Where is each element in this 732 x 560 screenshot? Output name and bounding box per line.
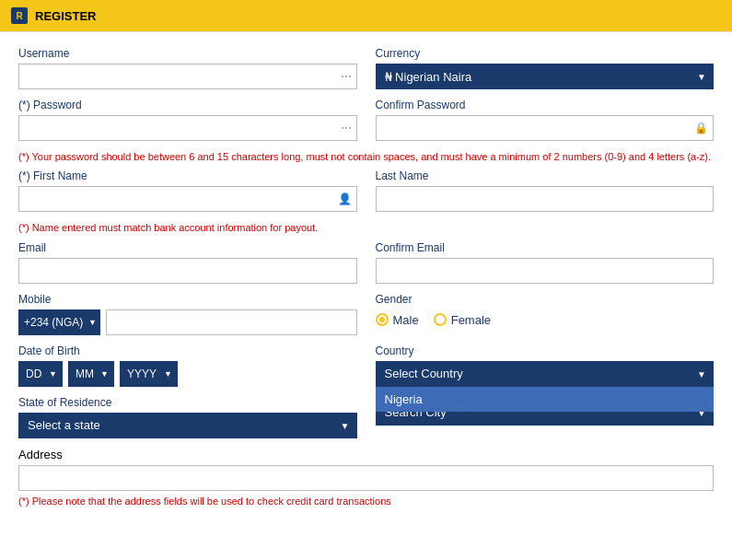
gender-female-radio[interactable] xyxy=(434,313,447,326)
state-select[interactable]: Select a state Lagos Abuja Kano xyxy=(18,413,357,438)
dob-row: DD010203 04050607 080910 MM010203 040506… xyxy=(18,361,357,387)
country-nigeria-item[interactable]: Nigeria xyxy=(376,387,715,412)
mobile-prefix-wrapper: +234 (NGA) +1 (USA) +44 (UK) xyxy=(18,309,100,335)
firstname-input-wrapper: 👤 xyxy=(18,186,357,212)
mobile-row: +234 (NGA) +1 (USA) +44 (UK) xyxy=(18,309,357,335)
country-select-wrapper: Select Country Nigeria Ghana Kenya xyxy=(376,361,715,387)
gender-female-label: Female xyxy=(451,313,491,327)
gender-options: Male Female xyxy=(376,313,715,327)
dob-dd-wrapper: DD010203 04050607 080910 xyxy=(18,361,63,387)
address-input[interactable] xyxy=(18,465,714,491)
row-password: (*) Password ⋯ Confirm Password 🔒 xyxy=(18,99,714,141)
firstname-icon: 👤 xyxy=(338,192,352,205)
mobile-group: Mobile +234 (NGA) +1 (USA) +44 (UK) xyxy=(18,293,357,335)
firstname-input[interactable] xyxy=(18,186,357,212)
password-label: (*) Password xyxy=(18,99,357,111)
confirm-password-icon: 🔒 xyxy=(694,122,708,134)
lastname-label: Last Name xyxy=(376,169,715,182)
currency-label: Currency xyxy=(376,47,715,60)
country-group: Country Select Country Nigeria Ghana Ken… xyxy=(376,344,715,387)
dob-dd-select[interactable]: DD010203 04050607 080910 xyxy=(18,361,63,387)
title-bar: R REGISTER xyxy=(0,0,732,32)
gender-male-radio[interactable] xyxy=(376,313,389,326)
dob-mm-wrapper: MM010203 040506 xyxy=(68,361,114,387)
currency-group: Currency ₦ Nigerian Naira $ US Dollar € … xyxy=(376,47,715,89)
currency-select-wrapper: ₦ Nigerian Naira $ US Dollar € Euro £ Br… xyxy=(376,64,715,89)
firstname-group: (*) First Name 👤 xyxy=(18,169,357,212)
confirm-password-input[interactable] xyxy=(376,115,715,141)
country-select[interactable]: Select Country Nigeria Ghana Kenya xyxy=(376,361,715,387)
currency-select[interactable]: ₦ Nigerian Naira $ US Dollar € Euro £ Br… xyxy=(376,64,715,89)
confirm-password-label: Confirm Password xyxy=(376,99,715,111)
confirm-email-group: Confirm Email xyxy=(376,241,715,284)
mobile-prefix-select[interactable]: +234 (NGA) +1 (USA) +44 (UK) xyxy=(18,309,100,335)
password-input-wrapper: ⋯ xyxy=(18,115,357,141)
email-group: Email xyxy=(18,241,357,284)
dob-mm-select[interactable]: MM010203 040506 xyxy=(68,361,114,387)
state-label: State of Residence xyxy=(18,396,357,409)
register-form: Username ⋯ Currency ₦ Nigerian Naira $ U… xyxy=(0,32,732,529)
confirm-password-input-wrapper: 🔒 xyxy=(376,115,715,141)
app-icon: R xyxy=(11,7,28,24)
username-group: Username ⋯ xyxy=(18,47,357,89)
password-hint: (*) Your password should be between 6 an… xyxy=(18,150,714,164)
address-section: Address (*) Please note that the address… xyxy=(18,448,714,508)
row-mobile-gender: Mobile +234 (NGA) +1 (USA) +44 (UK) Gend… xyxy=(18,293,714,335)
confirm-email-label: Confirm Email xyxy=(376,241,715,254)
gender-female-option[interactable]: Female xyxy=(434,313,491,327)
lastname-input[interactable] xyxy=(376,186,715,212)
email-label: Email xyxy=(18,241,357,254)
state-select-wrapper: Select a state Lagos Abuja Kano xyxy=(18,413,357,438)
username-input-wrapper: ⋯ xyxy=(18,64,357,89)
dob-label: Date of Birth xyxy=(18,344,357,357)
gender-label: Gender xyxy=(376,293,715,306)
gender-male-option[interactable]: Male xyxy=(376,313,419,327)
row-names: (*) First Name 👤 Last Name xyxy=(18,169,714,212)
row-dob-country: Date of Birth DD010203 04050607 080910 M… xyxy=(18,344,714,387)
state-group: State of Residence Select a state Lagos … xyxy=(18,396,357,438)
lastname-group: Last Name xyxy=(376,169,715,212)
dob-yyyy-wrapper: YYYY200019901980 xyxy=(120,361,178,387)
password-icon: ⋯ xyxy=(341,122,352,134)
country-label: Country xyxy=(376,344,715,357)
dob-group: Date of Birth DD010203 04050607 080910 M… xyxy=(18,344,357,387)
password-input[interactable] xyxy=(18,115,357,141)
firstname-label: (*) First Name xyxy=(18,169,357,182)
username-input[interactable] xyxy=(18,64,357,89)
gender-male-label: Male xyxy=(393,313,419,327)
dob-yyyy-select[interactable]: YYYY200019901980 xyxy=(120,361,178,387)
mobile-label: Mobile xyxy=(18,293,357,306)
address-label: Address xyxy=(18,448,63,461)
email-input[interactable] xyxy=(18,258,357,284)
title-text: REGISTER xyxy=(35,9,96,23)
country-overlay: Nigeria xyxy=(376,387,715,412)
username-icon: ⋯ xyxy=(341,70,352,83)
confirm-email-input[interactable] xyxy=(376,258,715,284)
password-group: (*) Password ⋯ xyxy=(18,99,357,141)
row-username-currency: Username ⋯ Currency ₦ Nigerian Naira $ U… xyxy=(18,47,714,89)
mobile-number-input[interactable] xyxy=(106,309,357,335)
name-hint: (*) Name entered must match bank account… xyxy=(18,221,714,235)
gender-group: Gender Male Female xyxy=(376,293,715,327)
username-label: Username xyxy=(18,47,357,60)
confirm-password-group: Confirm Password 🔒 xyxy=(376,99,715,141)
row-email: Email Confirm Email xyxy=(18,241,714,284)
address-hint: (*) Please note that the address fields … xyxy=(18,495,714,508)
